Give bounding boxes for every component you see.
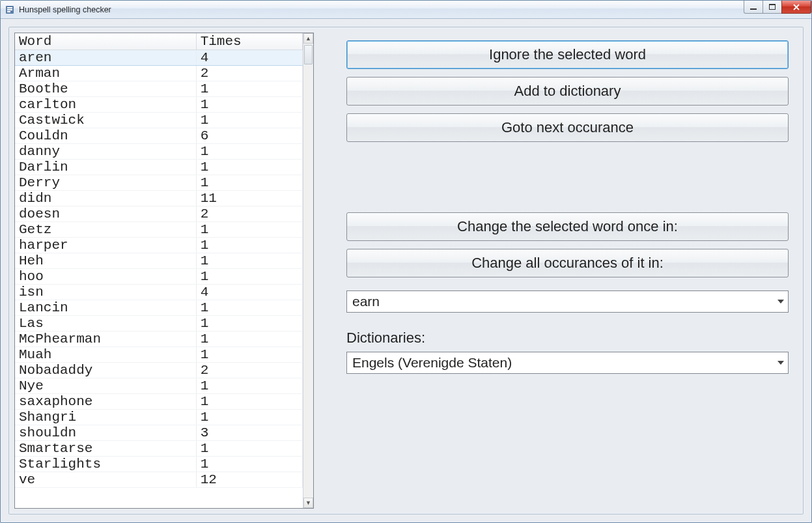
titlebar[interactable]: Hunspell spelling checker	[1, 1, 811, 19]
cell-times: 1	[196, 394, 302, 410]
chevron-down-icon	[777, 300, 784, 304]
table-row[interactable]: Nye1	[15, 378, 303, 394]
table-row[interactable]: Boothe1	[15, 81, 303, 97]
table-row[interactable]: aren4	[15, 50, 303, 66]
word-list[interactable]: Word Times aren4Arman2Boothe1carlton1Cas…	[14, 33, 314, 509]
cell-times: 2	[196, 363, 302, 378]
minimize-button[interactable]	[744, 1, 763, 14]
cell-word: carlton	[15, 97, 196, 113]
cell-times: 1	[196, 332, 302, 347]
cell-times: 1	[196, 175, 302, 191]
cell-times: 1	[196, 222, 302, 238]
suggestion-value: earn	[352, 294, 380, 309]
table-row[interactable]: Muah1	[15, 347, 303, 363]
cell-times: 2	[196, 66, 302, 81]
cell-word: Derry	[15, 175, 196, 191]
cell-times: 3	[196, 425, 302, 441]
cell-word: isn	[15, 285, 196, 300]
cell-word: Boothe	[15, 81, 196, 97]
table-row[interactable]: doesn2	[15, 206, 303, 222]
cell-times: 1	[196, 97, 302, 113]
cell-word: Starlights	[15, 457, 196, 472]
cell-word: Shangri	[15, 410, 196, 425]
cell-times: 1	[196, 457, 302, 472]
cell-times: 1	[196, 300, 302, 316]
cell-word: saxaphone	[15, 394, 196, 410]
table-row[interactable]: saxaphone1	[15, 394, 303, 410]
chevron-down-icon	[777, 361, 784, 365]
word-table[interactable]: Word Times aren4Arman2Boothe1carlton1Cas…	[15, 33, 303, 488]
cell-times: 1	[196, 81, 302, 97]
cell-times: 1	[196, 113, 302, 128]
cell-times: 1	[196, 347, 302, 363]
app-icon	[5, 5, 15, 15]
table-row[interactable]: hoo1	[15, 269, 303, 285]
table-row[interactable]: Smartarse1	[15, 441, 303, 457]
suggestion-combo[interactable]: earn	[346, 290, 789, 313]
cell-times: 4	[196, 50, 302, 66]
cell-word: Getz	[15, 222, 196, 238]
table-row[interactable]: Nobadaddy2	[15, 363, 303, 378]
dictionaries-label: Dictionaries:	[346, 330, 789, 346]
table-row[interactable]: Derry1	[15, 175, 303, 191]
table-row[interactable]: Arman2	[15, 66, 303, 81]
change-once-button[interactable]: Change the selected word once in:	[346, 212, 789, 241]
table-row[interactable]: Lancin1	[15, 300, 303, 316]
table-row[interactable]: danny1	[15, 144, 303, 160]
cell-times: 2	[196, 206, 302, 222]
cell-word: Nye	[15, 378, 196, 394]
cell-word: harper	[15, 238, 196, 253]
ignore-button[interactable]: Ignore the selected word	[346, 40, 789, 69]
cell-word: ve	[15, 472, 196, 488]
table-row[interactable]: Getz1	[15, 222, 303, 238]
table-row[interactable]: Castwick1	[15, 113, 303, 128]
table-row[interactable]: Shangri1	[15, 410, 303, 425]
table-row[interactable]: carlton1	[15, 97, 303, 113]
cell-times: 1	[196, 316, 302, 332]
table-row[interactable]: ve12	[15, 472, 303, 488]
change-all-button[interactable]: Change all occurances of it in:	[346, 249, 789, 277]
actions-panel: Ignore the selected word Add to dictiona…	[346, 33, 795, 509]
scroll-down-button[interactable]: ▼	[303, 498, 313, 508]
table-row[interactable]: Las1	[15, 316, 303, 332]
scrollbar[interactable]: ▲ ▼	[303, 33, 313, 508]
col-header-word[interactable]: Word	[15, 33, 196, 50]
cell-word: Arman	[15, 66, 196, 81]
svg-rect-2	[7, 9, 12, 10]
cell-word: Nobadaddy	[15, 363, 196, 378]
cell-times: 11	[196, 191, 302, 206]
col-header-times[interactable]: Times	[196, 33, 302, 50]
table-row[interactable]: isn4	[15, 285, 303, 300]
svg-rect-1	[7, 7, 12, 8]
cell-times: 12	[196, 472, 302, 488]
cell-word: Heh	[15, 253, 196, 269]
table-row[interactable]: Starlights1	[15, 457, 303, 472]
cell-times: 1	[196, 441, 302, 457]
table-row[interactable]: Heh1	[15, 253, 303, 269]
cell-word: Couldn	[15, 128, 196, 144]
table-row[interactable]: Couldn6	[15, 128, 303, 144]
content-panel: Word Times aren4Arman2Boothe1carlton1Cas…	[8, 27, 804, 515]
table-row[interactable]: harper1	[15, 238, 303, 253]
cell-word: Muah	[15, 347, 196, 363]
table-row[interactable]: Darlin1	[15, 160, 303, 175]
cell-times: 1	[196, 160, 302, 175]
dictionary-combo[interactable]: Engels (Verenigde Staten)	[346, 352, 789, 374]
cell-word: Las	[15, 316, 196, 332]
table-row[interactable]: McPhearman1	[15, 332, 303, 347]
window-controls	[744, 1, 811, 14]
table-row[interactable]: shouldn3	[15, 425, 303, 441]
cell-word: McPhearman	[15, 332, 196, 347]
cell-times: 1	[196, 253, 302, 269]
cell-times: 1	[196, 269, 302, 285]
scroll-thumb[interactable]	[304, 45, 313, 64]
table-row[interactable]: didn11	[15, 191, 303, 206]
close-button[interactable]	[781, 1, 811, 14]
cell-word: Castwick	[15, 113, 196, 128]
app-window: Hunspell spelling checker Word	[0, 0, 812, 523]
maximize-button[interactable]	[763, 1, 782, 14]
window-title: Hunspell spelling checker	[19, 5, 111, 14]
scroll-up-button[interactable]: ▲	[303, 33, 313, 44]
add-to-dictionary-button[interactable]: Add to dictionary	[346, 77, 789, 106]
goto-next-button[interactable]: Goto next occurance	[346, 113, 789, 142]
